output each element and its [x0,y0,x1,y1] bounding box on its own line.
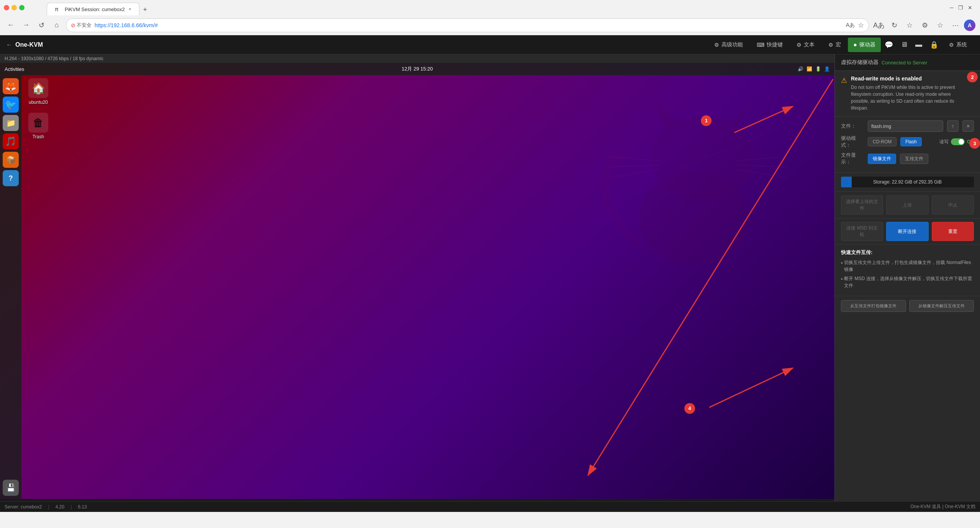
minimize-window-button[interactable] [11,5,17,10]
nav-item-display[interactable]: 🖥 [897,38,911,52]
display-icon: 🖥 [901,41,908,49]
reload-button[interactable]: ↺ [35,19,47,31]
back-button[interactable]: ← [5,19,17,31]
mirror-file-btn[interactable]: 镜像文件 [868,154,896,164]
volume-icon: 🔊 [798,66,803,72]
nav-item-extra[interactable]: ▬ [911,38,926,52]
nav-actions: Aあ ↻ ☆ ⚙ ☆ ⋯ A [872,18,975,32]
pack-btn[interactable]: 从互传文件打包镜像文件 [841,300,906,312]
file-display-label: 文件显示： [841,152,864,166]
quick-transfer-title: 快速文件互传: [841,249,974,256]
maximize-window-button[interactable] [19,5,25,10]
home-button[interactable]: ⌂ [51,19,63,31]
status-right: One-KVM 道具 | One-KVM 文档 [910,503,975,510]
kvm-right-panel: 虚拟存储驱动器 Connected to Server ⚠ Read-write… [834,54,980,501]
transfer-text-2: 断开 MSD 连接，选择从镜像文件解压，切换互传文件下载所需文件 [844,275,974,289]
sidebar-thunderbird[interactable]: 🐦 [3,97,19,113]
sidebar-files[interactable]: 📁 [3,115,19,131]
stop-btn[interactable]: 中止 [932,195,974,215]
ubuntu20-icon: 🏠 [28,78,48,98]
transfer-file-btn[interactable]: 互传文件 [900,154,928,164]
sidebar-firefox[interactable]: 🦊 [3,78,19,94]
reload-action-button[interactable]: ↻ [887,18,901,32]
tab-close-button[interactable]: × [129,7,131,12]
nav-item-network[interactable]: 💬 [881,38,897,52]
restore-icon[interactable]: ❐ [958,5,963,11]
remote-desktop[interactable]: Activities 12月 29 15:20 🔊 📶 🔋 👤 [0,63,834,499]
desktop-icon-ubuntu20[interactable]: 🏠 ubuntu20 [23,78,54,105]
video-info-text: H.264 - 1920x1080 / 4726 kbps / 18 fps d… [5,56,103,61]
panel-header: 虚拟存储驱动器 Connected to Server [835,54,980,71]
unpack-btn[interactable]: 从镜像文件解压互传文件 [909,300,974,312]
nav-item-advanced[interactable]: ⚙ 高级功能 [707,38,750,52]
disconnect-btn[interactable]: 断开连接 [886,222,928,241]
tab-favicon: π [55,6,61,12]
video-info-bar: H.264 - 1920x1080 / 4726 kbps / 18 fps d… [0,54,834,63]
warning-text: Do not turn off PiKVM while this is acti… [851,84,970,112]
rw-toggle[interactable] [951,138,965,145]
nav-bar: ← → ↺ ⌂ ⊘ 不安全 https://192.168.6.66/kvm/#… [0,15,980,35]
annotation-circle-4: 4 [684,403,695,414]
drive-circle-icon: ● [853,41,857,48]
nav-item-system[interactable]: ⚙ 系统 [942,38,974,52]
lock-icon: 🔒 [930,41,938,49]
upload-btn[interactable]: 上传 [886,195,928,215]
trash-icon: 🗑 [28,113,48,133]
translate-icon[interactable]: Aあ [846,22,855,29]
bookmark-icon[interactable]: ☆ [858,21,864,30]
close-icon[interactable]: ✕ [968,5,972,11]
storage-container: Storage: 22.92 GiB of 292.35 GiB [835,173,980,192]
bullet-2: • [841,276,843,283]
activities-button[interactable]: Activities [5,66,24,72]
flash-btn[interactable]: Flash [900,137,921,146]
sidebar-thumbdrive[interactable]: 💾 [3,480,19,496]
nav-item-shortcuts[interactable]: ⌨ 快捷键 [750,38,790,52]
close-window-button[interactable] [4,5,9,10]
storage-text: Storage: 22.92 GiB of 292.35 GiB [841,179,974,185]
forward-button[interactable]: → [20,19,32,31]
nav-item-macro[interactable]: ⚙ 宏 [821,38,848,52]
bookmark-button[interactable]: ☆ [903,18,916,32]
profile-avatar[interactable]: A [964,20,975,31]
wifi-icon: 📶 [807,66,812,72]
action-buttons-row2: 连接 MSD 到主机 断开连接 重置 [835,219,980,244]
status-links: One-KVM 道具 | One-KVM 文档 [910,503,975,510]
sidebar-software[interactable]: 📦 [3,152,19,168]
logo-text: One-KVM [15,41,43,48]
file-input[interactable] [868,120,943,132]
kvm-nav-items: ⚙ 高级功能 ⌨ 快捷键 ⚙ 文本 ⚙ 宏 ● 驱动器 [707,38,974,52]
warning-icon: ⚠ [841,76,847,112]
minimize-icon[interactable]: ─ [950,5,954,11]
nav-item-lock[interactable]: 🔒 [926,38,942,52]
gear-icon: ⚙ [714,42,719,48]
rw-label: 读写 [939,139,949,145]
kvm-container: ← One-KVM ⚙ 高级功能 ⌨ 快捷键 ⚙ 文本 ⚙ [0,35,980,512]
translate-button[interactable]: Aあ [872,18,886,32]
panel-title: 虚拟存储驱动器 [841,59,879,66]
nav-item-text[interactable]: ⚙ 文本 [790,38,821,52]
extensions-button[interactable]: ⚙ [918,18,932,32]
new-tab-button[interactable]: + [139,4,151,15]
close-file-btn[interactable]: × [962,120,974,132]
browser-tab[interactable]: π PiKVM Session: cumebox2 × [47,3,139,15]
quick-transfer-item-1: • 切换互传文件上传文件，打包生成镜像文件，挂载 NormalFiles 镜像 [841,259,974,273]
upload-icon-btn[interactable]: ↑ [947,120,959,132]
address-bar[interactable]: ⊘ 不安全 https://192.168.6.66/kvm/# Aあ ☆ [66,18,869,32]
desktop-icon-trash[interactable]: 🗑 Trash [23,113,54,139]
select-file-btn[interactable]: 选择要上传的文件 [841,195,883,215]
drive-mode-label: 驱动模式： [841,135,864,149]
battery-icon: 🔋 [815,66,821,72]
connect-msd-btn[interactable]: 连接 MSD 到主机 [841,222,883,241]
favorites-button[interactable]: ☆ [933,18,947,32]
cdrom-btn[interactable]: CD-ROM [868,137,897,146]
ubuntu-clock: 12月 29 15:20 [402,66,433,72]
annotation-circle-3: 3 [969,138,980,149]
nav-item-drive[interactable]: ● 驱动器 [848,38,881,52]
sidebar-help[interactable]: ? [3,170,19,186]
bottom-action-row: 从互传文件打包镜像文件 从镜像文件解压互传文件 [835,296,980,316]
system-gear-icon: ⚙ [949,42,954,48]
more-button[interactable]: ⋯ [949,18,962,32]
reset-btn[interactable]: 重置 [932,222,974,241]
quick-transfer-section: 快速文件互传: • 切换互传文件上传文件，打包生成镜像文件，挂载 NormalF… [835,244,980,296]
sidebar-rhythmbox[interactable]: 🎵 [3,133,19,149]
